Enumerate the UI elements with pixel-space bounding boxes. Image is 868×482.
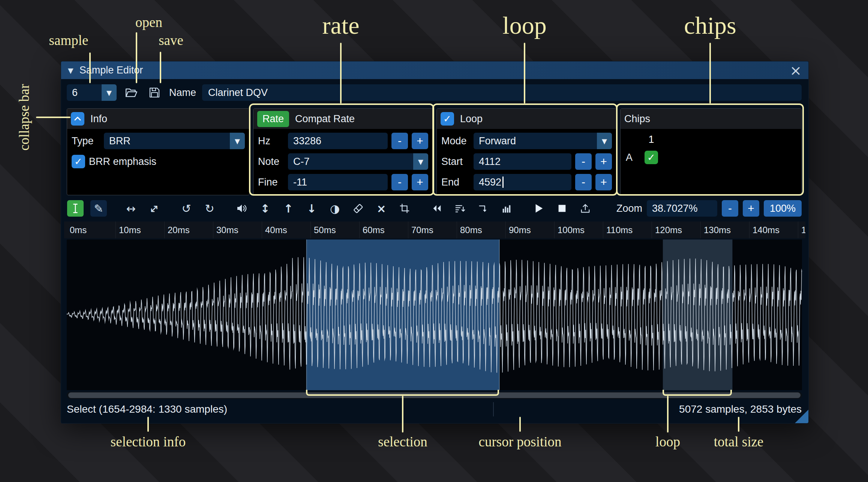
text-caret (502, 177, 504, 188)
ruler-tick: 30ms (213, 222, 262, 238)
fine-value: -11 (293, 177, 307, 188)
loop-mode-select[interactable]: Forward ▼ (474, 133, 612, 149)
tab-rate[interactable]: Rate (257, 111, 289, 127)
normalize-button[interactable]: ↕ (257, 200, 273, 217)
window-resize-grip[interactable] (795, 410, 808, 423)
zoom-reset-button[interactable]: 100% (764, 200, 802, 217)
loop-start-input[interactable]: 4112 (474, 153, 571, 170)
chip-a-checkbox[interactable]: ✓ (645, 151, 658, 164)
brr-emphasis-checkbox[interactable]: ✓ (72, 155, 85, 168)
loop-panel-title: Loop (460, 113, 483, 125)
ruler-tick: 60ms (359, 222, 408, 238)
chevron-down-icon[interactable]: ▼ (230, 133, 245, 149)
save-sample-button[interactable] (146, 84, 163, 101)
hz-decrement-button[interactable]: - (391, 133, 408, 149)
loop-end-input[interactable]: 4592 (474, 174, 571, 190)
info-collapse-button[interactable] (71, 112, 84, 126)
rate-panel: Rate Compat Rate Hz 33286 - + Note C-7 ▼ (253, 108, 433, 195)
arrows-vertical-icon: ↕ (260, 202, 270, 215)
ruler-tick: 90ms (505, 222, 554, 238)
reverse-button[interactable] (429, 200, 445, 217)
sample-editor-window: ▼ Sample Editor × 6 ▼ Name Clarinet DQV … (61, 61, 809, 424)
titlebar[interactable]: ▼ Sample Editor × (61, 61, 808, 79)
invert-button[interactable]: ◑ (327, 200, 343, 217)
loop-mode-value: Forward (479, 135, 516, 147)
play-button[interactable] (531, 200, 547, 217)
info-panel-title: Info (90, 113, 107, 125)
redo-button[interactable]: ↻ (201, 200, 218, 217)
fine-input[interactable]: -11 (288, 174, 388, 190)
sample-number-value: 6 (72, 87, 78, 99)
zoom-in-button[interactable]: + (743, 200, 759, 217)
close-icon[interactable]: × (790, 63, 802, 78)
delete-button[interactable]: × (373, 200, 390, 217)
play-icon (533, 203, 544, 214)
zoom-input[interactable]: 38.7027% (647, 200, 717, 217)
ruler-tick: 120ms (652, 222, 700, 238)
note-select-value: C-7 (293, 156, 310, 168)
selection-info-text: Select (1654-2984: 1330 samples) (67, 403, 227, 415)
chevron-down-icon[interactable]: ▼ (413, 153, 428, 170)
ruler-tick: 10ms (115, 222, 164, 238)
draw-mode-button[interactable]: ✎ (90, 200, 107, 217)
chip-number: 1 (641, 134, 662, 145)
arrow-down-icon: ↓ (307, 202, 316, 215)
waveform-view[interactable] (67, 240, 802, 390)
zoom-value: 38.7027% (652, 203, 698, 214)
filter-button[interactable] (452, 200, 468, 217)
select-mode-button[interactable] (67, 200, 84, 217)
stretch-button[interactable]: ↔ (146, 200, 162, 217)
note-select[interactable]: C-7 ▼ (288, 153, 428, 170)
zoom-out-button[interactable]: - (722, 200, 738, 217)
type-select[interactable]: BRR ▼ (104, 133, 245, 149)
hz-input[interactable]: 33286 (288, 133, 388, 149)
sample-number-select[interactable]: 6 ▼ (67, 84, 117, 101)
ruler-tick: 150 (798, 222, 805, 238)
loop-start-decrement-button[interactable]: - (575, 153, 592, 170)
loop-enable-checkbox[interactable]: ✓ (441, 112, 454, 126)
stop-button[interactable] (554, 200, 570, 217)
waveform-canvas[interactable] (67, 240, 802, 390)
ruler-tick: 80ms (457, 222, 505, 238)
chips-panel-header: Chips (621, 109, 801, 129)
resize-horizontal-icon: ↔ (126, 202, 135, 215)
hz-label: Hz (258, 135, 284, 147)
waveform-scrollbar[interactable] (67, 392, 802, 399)
fine-decrement-button[interactable]: - (391, 174, 408, 190)
tab-compat-rate[interactable]: Compat Rate (295, 113, 355, 125)
loop-start-label: Start (441, 156, 470, 168)
undo-button[interactable]: ↺ (178, 200, 195, 217)
hz-increment-button[interactable]: + (412, 133, 428, 149)
chevron-down-icon[interactable]: ▼ (597, 133, 612, 149)
sample-name-input[interactable]: Clarinet DQV (202, 84, 802, 101)
silence-button[interactable] (350, 200, 366, 217)
loop-end-decrement-button[interactable]: - (575, 174, 592, 190)
window-collapse-icon[interactable]: ▼ (68, 66, 73, 75)
chevron-up-icon (73, 114, 82, 123)
arrow-up-icon: ↑ (283, 202, 293, 215)
export-button[interactable] (577, 200, 594, 217)
fade-in-button[interactable]: ↑ (280, 200, 297, 217)
brr-emphasis-label: BRR emphasis (89, 156, 156, 168)
chevron-down-icon[interactable]: ▼ (102, 84, 117, 101)
fine-increment-button[interactable]: + (412, 174, 428, 190)
folder-open-icon (125, 86, 138, 99)
loop-start-increment-button[interactable]: + (595, 153, 612, 170)
amplify-button[interactable] (234, 200, 250, 217)
resize-button[interactable]: ↔ (123, 200, 139, 217)
crossfade-button[interactable] (475, 200, 492, 217)
open-sample-button[interactable] (123, 84, 140, 101)
spectrum-button[interactable] (498, 200, 515, 217)
ruler-tick: 70ms (408, 222, 457, 238)
eraser-icon (352, 202, 364, 214)
loop-end-increment-button[interactable]: + (595, 174, 612, 190)
info-panel: Info Type BRR ▼ ✓ BRR emphasis (67, 108, 250, 195)
fade-out-button[interactable]: ↓ (303, 200, 320, 217)
scrollbar-thumb[interactable] (68, 392, 801, 398)
timeline-ruler[interactable]: 0ms 10ms 20ms 30ms 40ms 50ms 60ms 70ms 8… (64, 222, 805, 238)
trim-button[interactable] (396, 200, 413, 217)
info-panel-header: Info (67, 109, 249, 129)
ruler-tick: 140ms (749, 222, 798, 238)
status-bar: Select (1654-2984: 1330 samples) 5072 sa… (67, 401, 802, 418)
pencil-icon: ✎ (94, 202, 103, 215)
